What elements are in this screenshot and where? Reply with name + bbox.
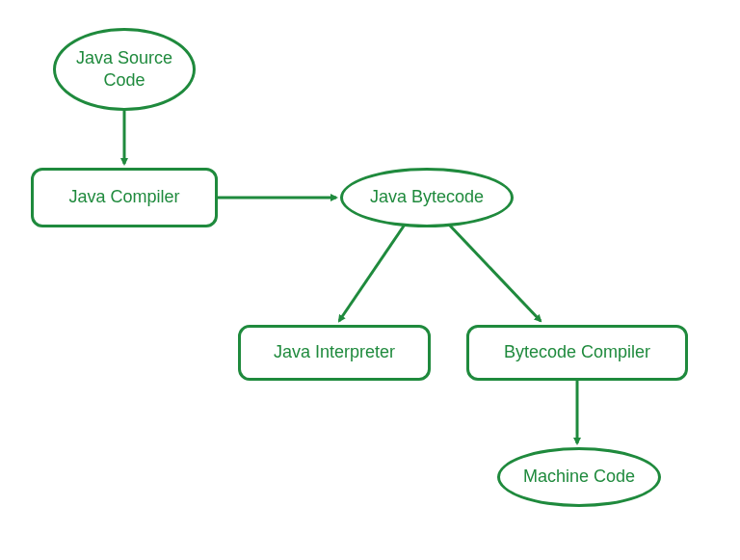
java-compiler-node: Java Compiler <box>31 168 218 227</box>
bytecode-compiler-label: Bytecode Compiler <box>504 341 650 363</box>
java-compiler-label: Java Compiler <box>68 186 179 208</box>
java-interpreter-node: Java Interpreter <box>238 325 431 381</box>
java-bytecode-label: Java Bytecode <box>370 186 484 208</box>
java-source-code-node: Java Source Code <box>53 28 196 111</box>
bytecode-compiler-node: Bytecode Compiler <box>466 325 688 381</box>
java-source-code-label: Java Source Code <box>76 47 172 93</box>
machine-code-node: Machine Code <box>497 447 661 507</box>
machine-code-label: Machine Code <box>523 466 635 488</box>
arrow-bytecode-to-bccompiler <box>449 225 541 321</box>
java-interpreter-label: Java Interpreter <box>274 341 395 363</box>
arrow-bytecode-to-interpreter <box>339 225 405 321</box>
java-bytecode-node: Java Bytecode <box>340 168 514 227</box>
